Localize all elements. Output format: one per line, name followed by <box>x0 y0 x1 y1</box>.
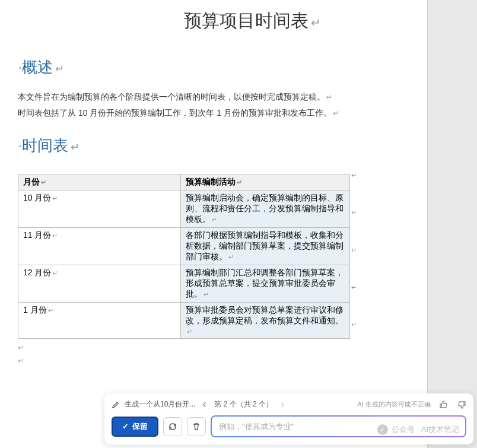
pencil-icon <box>112 401 120 409</box>
section-heading-schedule: 时间表 <box>18 135 409 156</box>
table-row: 12 月份 预算编制部门汇总和调整各部门预算草案，形成预算总草案，提交预算审批委… <box>18 265 350 303</box>
ai-disclaimer: AI 生成的内容可能不正确 <box>358 400 431 409</box>
cell-activity: 预算审批委员会对预算总草案进行审议和修改，形成预算定稿，发布预算文件和通知。 <box>186 305 344 336</box>
delete-button[interactable] <box>187 417 206 436</box>
schedule-table: 月份 预算编制活动 10 月份 预算编制启动会，确定预算编制的目标、原则、流程和… <box>18 174 350 339</box>
thumbs-up-icon[interactable] <box>439 400 449 409</box>
trash-icon <box>192 422 201 431</box>
prev-suggestion-button[interactable] <box>200 400 209 409</box>
table-header-row: 月份 预算编制活动 <box>18 174 350 190</box>
col-header-month: 月份 <box>23 177 46 186</box>
suggestion-pager: 第 2 个（共 2 个） <box>214 399 273 409</box>
keep-button[interactable]: ✓ 保留 <box>112 417 158 437</box>
cell-month: 11 月份 <box>23 230 58 240</box>
document-title: 预算项目时间表 <box>95 9 409 33</box>
thumbs-down-icon[interactable] <box>457 400 466 409</box>
prompt-input[interactable] <box>213 418 464 435</box>
next-suggestion-button[interactable] <box>278 400 287 409</box>
prompt-summary: 生成一个从10月份开... <box>125 399 195 409</box>
table-row: 10 月份 预算编制启动会，确定预算编制的目标、原则、流程和责任分工，分发预算编… <box>18 190 350 228</box>
check-icon: ✓ <box>122 422 129 431</box>
cell-month: 12 月份 <box>23 268 58 277</box>
overview-para-2: 时间表包括了从 10 月份开始的预算编制工作，到次年 1 月份的预算审批和发布工… <box>18 106 409 120</box>
keep-button-label: 保留 <box>132 421 148 432</box>
page-margin <box>427 0 477 448</box>
ai-suggestion-bar: 生成一个从10月份开... 第 2 个（共 2 个） AI 生成的内容可能不正确… <box>104 393 473 444</box>
table-row: 11 月份 各部门根据预算编制指导和模板，收集和分析数据，编制部门预算草案，提交… <box>18 228 350 265</box>
section-heading-overview: 概述 <box>18 57 409 78</box>
cell-month: 1 月份 <box>23 305 53 314</box>
prompt-input-wrap <box>211 415 466 437</box>
paragraph-mark: ↵ <box>18 344 409 352</box>
col-header-activity: 预算编制活动 <box>186 177 242 186</box>
table-row: 1 月份 预算审批委员会对预算总草案进行审议和修改，形成预算定稿，发布预算文件和… <box>18 303 350 339</box>
cell-activity: 各部门根据预算编制指导和模板，收集和分析数据，编制部门预算草案，提交预算编制部门… <box>186 230 344 261</box>
cell-activity: 预算编制部门汇总和调整各部门预算草案，形成预算总草案，提交预算审批委员会审批。 <box>186 268 344 298</box>
overview-para-1: 本文件旨在为编制预算的各个阶段提供一个清晰的时间表，以便按时完成预算定稿。 <box>18 90 409 104</box>
cell-activity: 预算编制启动会，确定预算编制的目标、原则、流程和责任分工，分发预算编制指导和模板… <box>186 193 344 224</box>
regenerate-button[interactable] <box>163 417 182 436</box>
refresh-icon <box>168 422 177 431</box>
document-page: 预算项目时间表 概述 本文件旨在为编制预算的各个阶段提供一个清晰的时间表，以便按… <box>0 0 427 448</box>
table-row-end-marks: ↵ ↵ ↵ ↵ ↵ <box>350 168 357 329</box>
paragraph-mark: ↵ <box>18 357 409 365</box>
cell-month: 10 月份 <box>23 193 58 202</box>
